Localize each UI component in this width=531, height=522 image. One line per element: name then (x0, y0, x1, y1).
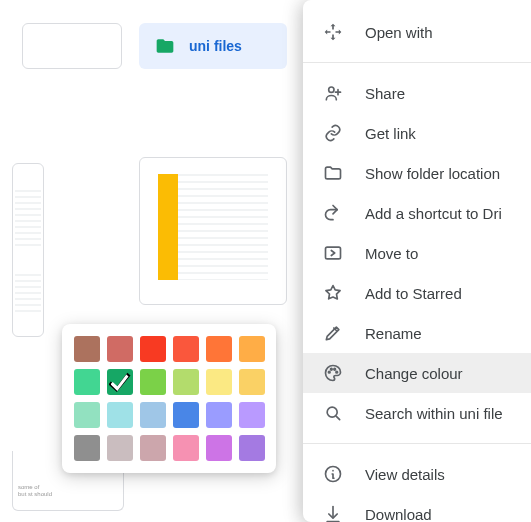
svg-point-2 (328, 371, 330, 373)
color-swatch[interactable] (74, 402, 100, 428)
folder-chip-placeholder (22, 23, 122, 69)
color-swatch[interactable] (239, 402, 265, 428)
menu-item-label: Search within uni file (365, 405, 503, 422)
color-swatch[interactable] (206, 435, 232, 461)
menu-item-view-details[interactable]: View details (303, 454, 531, 494)
color-swatch[interactable] (140, 402, 166, 428)
color-swatch[interactable] (140, 369, 166, 395)
color-swatch[interactable] (107, 336, 133, 362)
color-swatch[interactable] (107, 435, 133, 461)
menu-item-label: Download (365, 506, 432, 523)
color-picker (62, 324, 276, 473)
color-swatch[interactable] (239, 336, 265, 362)
rename-icon (323, 323, 343, 343)
folder-chip-label: uni files (189, 38, 242, 54)
main-area: uni files some ofbut st should Open with… (0, 0, 531, 522)
color-swatch[interactable] (206, 369, 232, 395)
menu-item-label: Rename (365, 325, 422, 342)
color-swatch[interactable] (239, 369, 265, 395)
svg-point-5 (336, 371, 338, 373)
sheet-thumbnail[interactable] (139, 157, 287, 305)
menu-item-label: Show folder location (365, 165, 500, 182)
color-swatch[interactable] (140, 435, 166, 461)
menu-item-change-colour[interactable]: Change colour (303, 353, 531, 393)
color-swatch[interactable] (140, 336, 166, 362)
menu-item-label: Share (365, 85, 405, 102)
menu-item-label: Add to Starred (365, 285, 462, 302)
menu-item-share[interactable]: Share (303, 73, 531, 113)
folder-outline-icon (323, 163, 343, 183)
open-with-icon (323, 22, 343, 42)
menu-item-label: Open with (365, 24, 433, 41)
info-icon (323, 464, 343, 484)
thumbnail-text: some ofbut st should (18, 484, 52, 497)
color-swatch[interactable] (239, 435, 265, 461)
menu-item-add-starred[interactable]: Add to Starred (303, 273, 531, 313)
menu-separator (303, 443, 531, 444)
shortcut-icon (323, 203, 343, 223)
person-add-icon (323, 83, 343, 103)
search-icon (323, 403, 343, 423)
menu-item-label: Move to (365, 245, 418, 262)
folder-icon (155, 36, 175, 56)
svg-point-4 (334, 368, 336, 370)
menu-item-show-location[interactable]: Show folder location (303, 153, 531, 193)
menu-separator (303, 62, 531, 63)
svg-point-6 (327, 407, 337, 417)
doc-thumbnail[interactable] (12, 163, 44, 337)
link-icon (323, 123, 343, 143)
menu-item-label: Get link (365, 125, 416, 142)
menu-item-search-within[interactable]: Search within uni file (303, 393, 531, 433)
color-swatch[interactable] (74, 435, 100, 461)
color-swatch[interactable] (107, 402, 133, 428)
color-swatch[interactable] (107, 369, 133, 395)
menu-item-label: View details (365, 466, 445, 483)
move-icon (323, 243, 343, 263)
menu-item-download[interactable]: Download (303, 494, 531, 522)
color-swatch[interactable] (173, 336, 199, 362)
svg-point-3 (331, 368, 333, 370)
menu-item-label: Add a shortcut to Dri (365, 205, 502, 222)
svg-rect-1 (326, 247, 341, 259)
color-swatch[interactable] (173, 402, 199, 428)
color-swatch[interactable] (206, 402, 232, 428)
context-menu: Open withShareGet linkShow folder locati… (303, 0, 531, 522)
menu-item-label: Change colour (365, 365, 463, 382)
color-swatch[interactable] (206, 336, 232, 362)
menu-item-get-link[interactable]: Get link (303, 113, 531, 153)
menu-item-open-with[interactable]: Open with (303, 12, 531, 52)
svg-point-0 (329, 87, 334, 92)
color-swatch[interactable] (173, 369, 199, 395)
palette-icon (323, 363, 343, 383)
menu-item-rename[interactable]: Rename (303, 313, 531, 353)
menu-item-add-shortcut[interactable]: Add a shortcut to Dri (303, 193, 531, 233)
color-swatch[interactable] (173, 435, 199, 461)
menu-item-move-to[interactable]: Move to (303, 233, 531, 273)
star-icon (323, 283, 343, 303)
download-icon (323, 504, 343, 522)
color-swatch[interactable] (74, 336, 100, 362)
folder-chip-selected[interactable]: uni files (139, 23, 287, 69)
color-swatch[interactable] (74, 369, 100, 395)
